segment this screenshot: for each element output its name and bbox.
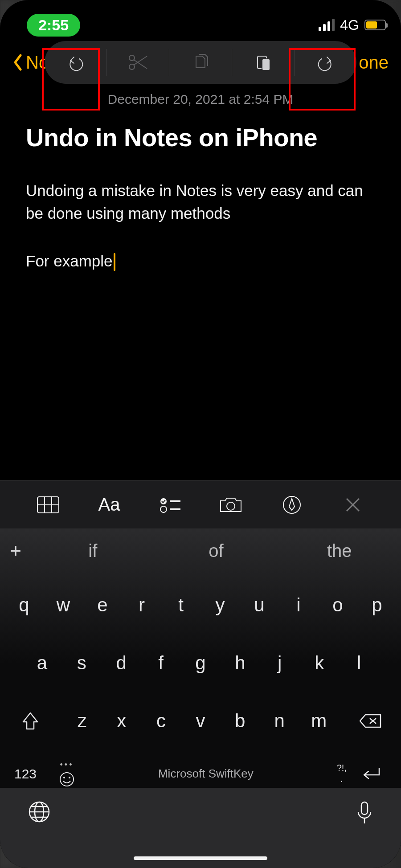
emoji-dots: ••• (60, 760, 74, 770)
emoji-key[interactable]: ••• (59, 760, 75, 787)
globe-button[interactable] (28, 800, 51, 825)
key-u[interactable]: u (240, 586, 279, 624)
dictation-button[interactable] (356, 800, 373, 827)
backspace-key[interactable] (349, 713, 392, 729)
punct-upper: ?!, (337, 763, 347, 773)
key-t[interactable]: t (161, 586, 200, 624)
key-m[interactable]: m (299, 702, 339, 740)
key-p[interactable]: p (357, 586, 397, 624)
keyboard-row-1: q w e r t y u i o p (4, 586, 397, 624)
home-indicator[interactable] (134, 856, 267, 860)
keyboard-bottom-row: 123 ••• Microsoft SwiftKey ?!, . (4, 760, 397, 787)
undo-icon (66, 53, 86, 72)
cut-button[interactable] (107, 49, 169, 76)
key-g[interactable]: g (181, 644, 221, 682)
done-button[interactable]: one (359, 53, 389, 73)
key-d[interactable]: d (102, 644, 141, 682)
enter-key[interactable] (356, 766, 387, 782)
key-x[interactable]: x (102, 702, 142, 740)
phone-canvas: 2:55 4G Notes (0, 0, 401, 868)
key-f[interactable]: f (141, 644, 181, 682)
key-a[interactable]: a (22, 644, 62, 682)
keyboard-row-3: z x c v b n m (4, 702, 397, 740)
svg-rect-5 (262, 59, 270, 70)
nav-bar: Notes (0, 43, 401, 82)
chevron-left-icon (12, 53, 23, 71)
svg-point-21 (63, 777, 65, 778)
note-date: December 20, 2021 at 2:54 PM (26, 92, 375, 107)
numeric-key[interactable]: 123 (14, 766, 50, 782)
camera-button[interactable] (200, 495, 262, 514)
notes-toolbar: Aa (0, 480, 401, 528)
redo-button[interactable] (295, 49, 356, 76)
pen-circle-icon (282, 495, 302, 515)
globe-icon (28, 800, 51, 823)
backspace-icon (359, 713, 382, 729)
note-paragraph-1[interactable]: Undoing a mistake in Notes is very easy … (26, 180, 375, 225)
checklist-button[interactable] (139, 496, 200, 514)
shift-key[interactable] (9, 711, 52, 731)
input-switch-bar (0, 788, 401, 868)
table-icon (37, 496, 60, 514)
key-z[interactable]: z (62, 702, 102, 740)
key-k[interactable]: k (299, 644, 339, 682)
text-style-button[interactable]: Aa (79, 495, 140, 515)
svg-point-22 (69, 777, 70, 778)
close-icon (345, 497, 361, 513)
key-r[interactable]: r (122, 586, 161, 624)
key-v[interactable]: v (181, 702, 221, 740)
key-j[interactable]: j (260, 644, 299, 682)
key-w[interactable]: w (44, 586, 83, 624)
scissors-icon (127, 53, 149, 71)
time-pill[interactable]: 2:55 (27, 14, 80, 37)
key-l[interactable]: l (339, 644, 379, 682)
redo-icon (315, 53, 335, 72)
checklist-icon (159, 496, 181, 514)
note-content[interactable]: December 20, 2021 at 2:54 PM Undo in Not… (0, 92, 401, 272)
clipboard-plus-button[interactable]: + (0, 540, 31, 562)
key-b[interactable]: b (220, 702, 260, 740)
keyboard: + if of the q w e r t y u i o p (0, 528, 401, 868)
emoji-icon (59, 771, 75, 787)
suggestion-2[interactable]: of (155, 541, 278, 561)
key-n[interactable]: n (260, 702, 299, 740)
undo-button[interactable] (45, 49, 107, 76)
punctuation-key[interactable]: ?!, . (337, 763, 347, 784)
key-c[interactable]: c (141, 702, 181, 740)
suggestion-1[interactable]: if (31, 541, 155, 561)
edit-menu (45, 41, 356, 84)
key-e[interactable]: e (83, 586, 122, 624)
camera-icon (219, 495, 243, 514)
key-q[interactable]: q (4, 586, 44, 624)
text-style-label: Aa (98, 495, 120, 515)
note-paragraph-2[interactable]: For example (26, 250, 375, 273)
svg-point-12 (160, 506, 167, 512)
status-right: 4G (319, 17, 386, 33)
svg-point-14 (227, 502, 235, 510)
clipboard-icon (253, 53, 273, 72)
key-i[interactable]: i (279, 586, 318, 624)
svg-rect-26 (361, 802, 368, 815)
paste-button[interactable] (232, 49, 295, 76)
key-o[interactable]: o (318, 586, 357, 624)
svg-point-20 (60, 773, 74, 786)
enter-icon (360, 766, 382, 782)
battery-icon (364, 20, 386, 30)
text-cursor (114, 253, 115, 271)
keyboard-brand[interactable]: Microsoft SwiftKey (84, 767, 328, 781)
suggestion-row: + if of the (0, 528, 401, 573)
suggestion-3[interactable]: the (278, 541, 401, 561)
status-bar: 2:55 4G (0, 0, 401, 43)
close-toolbar-button[interactable] (322, 497, 383, 513)
network-label: 4G (340, 17, 359, 33)
shift-icon (21, 711, 39, 731)
markup-button[interactable] (262, 495, 323, 515)
signal-icon (319, 19, 335, 31)
table-button[interactable] (18, 496, 79, 514)
copy-button[interactable] (169, 49, 232, 76)
note-title[interactable]: Undo in Notes on iPhone (26, 123, 375, 152)
key-h[interactable]: h (220, 644, 260, 682)
keyboard-row-2: a s d f g h j k l (4, 644, 397, 682)
key-s[interactable]: s (62, 644, 102, 682)
key-y[interactable]: y (200, 586, 240, 624)
